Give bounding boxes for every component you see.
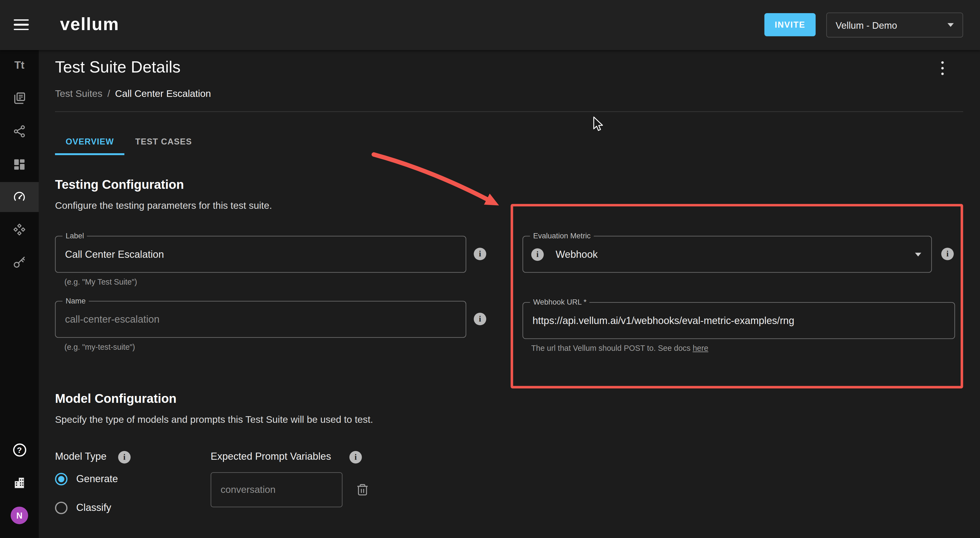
app-window: vellum INVITE Vellum - Demo Tt	[0, 0, 980, 538]
prompt-variable-input[interactable]: conversation	[210, 473, 342, 508]
building-icon	[13, 476, 26, 490]
dashboard-icon	[13, 158, 26, 171]
chevron-down-icon	[915, 252, 921, 256]
invite-button[interactable]: INVITE	[764, 13, 815, 37]
sidebar-item-text-styles[interactable]: Tt	[0, 51, 39, 81]
name-field[interactable]: Name call-center-escalation	[55, 301, 466, 338]
breadcrumb-parent-link[interactable]: Test Suites	[55, 88, 102, 99]
webhook-url-helper-text: The url that Vellum should POST to. See …	[531, 344, 690, 353]
label-field-helper: (e.g. "My Test Suite")	[64, 278, 137, 286]
evaluation-metric-label: Evaluation Metric	[530, 231, 593, 240]
evaluation-metric-inline-info-icon[interactable]: i	[531, 248, 544, 261]
radio-classify[interactable]	[55, 501, 68, 514]
label-field-value: Call Center Escalation	[56, 249, 164, 260]
label-info-icon[interactable]: i	[474, 247, 487, 260]
key-icon	[13, 255, 26, 269]
sidebar-item-profile[interactable]: N	[0, 501, 39, 531]
sidebar-item-dashboard[interactable]	[0, 149, 39, 179]
gauge-icon	[13, 190, 26, 204]
chevron-down-icon	[947, 23, 954, 27]
label-field[interactable]: Label Call Center Escalation	[55, 236, 466, 273]
expected-prompt-variables-info-icon[interactable]: i	[350, 451, 362, 464]
sidebar-item-deployments[interactable]	[0, 214, 39, 245]
testing-config-description: Configure the testing parameters for thi…	[55, 200, 272, 211]
text-format-icon: Tt	[14, 59, 24, 72]
webhook-url-helper: The url that Vellum should POST to. See …	[531, 344, 708, 353]
tab-bar: OVERVIEW TEST CASES	[55, 128, 203, 155]
webhook-url-label: Webhook URL *	[530, 298, 590, 307]
evaluation-metric-info-icon[interactable]: i	[941, 247, 954, 260]
webhook-docs-link[interactable]: here	[693, 344, 708, 353]
delete-variable-icon[interactable]	[356, 483, 369, 496]
name-field-helper: (e.g. "my-test-suite")	[64, 343, 135, 352]
help-icon: ?	[13, 443, 26, 456]
tab-test-cases[interactable]: TEST CASES	[125, 128, 203, 155]
workspace-name: Vellum - Demo	[835, 20, 897, 30]
label-field-label: Label	[63, 231, 87, 240]
model-type-info-icon[interactable]: i	[118, 451, 131, 464]
sidebar-item-api-keys[interactable]	[0, 247, 39, 277]
webhook-url-value: https://api.vellum.ai/v1/webhooks/eval-m…	[523, 315, 794, 326]
radio-generate-label[interactable]: Generate	[76, 473, 118, 485]
workspace-selector[interactable]: Vellum - Demo	[826, 13, 963, 37]
more-options-icon[interactable]	[938, 60, 947, 76]
diamond-cluster-icon	[13, 223, 26, 236]
name-field-value: call-center-escalation	[56, 314, 159, 325]
expected-prompt-variables-label: Expected Prompt Variables	[210, 451, 331, 462]
sidebar-item-evaluations[interactable]	[0, 182, 39, 212]
sidebar-item-organization[interactable]	[0, 468, 39, 498]
top-bar: vellum INVITE Vellum - Demo	[0, 0, 980, 50]
radio-generate[interactable]	[55, 473, 68, 485]
name-info-icon[interactable]: i	[474, 313, 487, 326]
avatar: N	[11, 506, 28, 524]
name-field-label: Name	[63, 296, 89, 305]
webhook-url-field[interactable]: Webhook URL * https://api.vellum.ai/v1/w…	[523, 302, 955, 339]
breadcrumb: Test Suites/Call Center Escalation	[55, 88, 211, 99]
prompt-variable-value: conversation	[212, 484, 275, 495]
sidebar-item-help[interactable]: ?	[0, 435, 39, 465]
page-title: Test Suite Details	[55, 57, 180, 77]
share-icon	[13, 125, 26, 138]
app-logo: vellum	[60, 14, 119, 35]
tab-overview[interactable]: OVERVIEW	[55, 128, 124, 155]
library-icon	[13, 91, 26, 105]
model-type-label: Model Type	[55, 451, 107, 462]
sidebar: Tt	[0, 50, 39, 538]
breadcrumb-current: Call Center Escalation	[115, 88, 211, 99]
menu-icon[interactable]	[14, 19, 29, 31]
testing-config-heading: Testing Configuration	[55, 177, 184, 192]
evaluation-metric-select[interactable]: Evaluation Metric i Webhook	[523, 236, 932, 273]
sidebar-item-workflows[interactable]	[0, 116, 39, 147]
model-config-description: Specify the type of models and prompts t…	[55, 414, 373, 425]
model-config-heading: Model Configuration	[55, 391, 177, 406]
main-content	[39, 50, 980, 538]
sidebar-item-library[interactable]	[0, 83, 39, 113]
header-divider	[55, 112, 963, 112]
breadcrumb-separator: /	[107, 88, 110, 99]
radio-classify-label[interactable]: Classify	[76, 502, 111, 513]
